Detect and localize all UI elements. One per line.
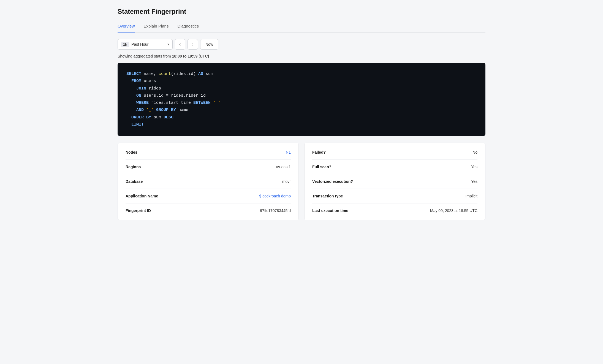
sql-line: JOIN rides xyxy=(126,85,477,92)
sql-line: SELECT name, count(rides.id) AS sum xyxy=(126,70,477,78)
time-label: Past Hour xyxy=(131,42,165,47)
detail-value: us-east1 xyxy=(276,165,291,169)
detail-label: Last execution time xyxy=(312,208,348,213)
detail-value: Implicit xyxy=(465,194,477,198)
detail-value: Yes xyxy=(471,165,477,169)
sql-block: SELECT name, count(rides.id) AS sum FROM… xyxy=(118,63,485,136)
stats-info: Showing aggregated stats from 18:00 to 1… xyxy=(118,54,485,58)
detail-value: movr xyxy=(282,179,291,184)
detail-label: Database xyxy=(126,179,143,184)
tab-bar: Overview Explain Plans Diagnostics xyxy=(118,21,485,32)
detail-label: Nodes xyxy=(126,150,137,154)
sql-line: ORDER BY sum DESC xyxy=(126,114,477,121)
tab-explain-plans[interactable]: Explain Plans xyxy=(144,21,169,32)
time-range-selector[interactable]: 1h Past Hour ▾ xyxy=(118,39,173,50)
chevron-down-icon: ▾ xyxy=(167,42,169,46)
detail-value: May 09, 2023 at 18:55 UTC xyxy=(430,208,477,213)
time-badge: 1h xyxy=(121,42,129,47)
right-card: Failed? No Full scan? Yes Vectorized exe… xyxy=(304,143,485,220)
detail-label: Full scan? xyxy=(312,165,331,169)
detail-label: Transaction type xyxy=(312,194,343,198)
details-grid: Nodes N1 Regions us-east1 Database movr … xyxy=(118,143,485,220)
detail-label: Regions xyxy=(126,165,141,169)
detail-value: No xyxy=(472,150,477,154)
left-card: Nodes N1 Regions us-east1 Database movr … xyxy=(118,143,299,220)
page-title: Statement Fingerprint xyxy=(118,8,485,15)
next-time-button[interactable]: › xyxy=(188,39,198,50)
table-row: Failed? No xyxy=(312,145,477,160)
detail-label: Vectorized execution? xyxy=(312,179,353,184)
sql-line: WHERE rides.start_time BETWEEN '_' xyxy=(126,99,477,107)
table-row: Nodes N1 xyxy=(126,145,291,160)
detail-label: Fingerprint ID xyxy=(126,208,151,213)
tab-diagnostics[interactable]: Diagnostics xyxy=(177,21,199,32)
table-row: Last execution time May 09, 2023 at 18:5… xyxy=(312,203,477,218)
detail-value[interactable]: $ cockroach demo xyxy=(259,194,291,198)
toolbar: 1h Past Hour ▾ ‹ › Now xyxy=(118,39,485,50)
table-row: Application Name $ cockroach demo xyxy=(126,189,291,203)
table-row: Full scan? Yes xyxy=(312,160,477,174)
table-row: Database movr xyxy=(126,174,291,189)
table-row: Transaction type Implicit xyxy=(312,189,477,203)
tab-overview[interactable]: Overview xyxy=(118,21,135,32)
stats-range: 18:00 to 19:59 (UTC) xyxy=(172,54,209,58)
detail-value: N1 xyxy=(286,150,291,154)
sql-line: AND '_' GROUP BY name xyxy=(126,107,477,114)
detail-value: Yes xyxy=(471,179,477,184)
detail-label: Failed? xyxy=(312,150,326,154)
now-button[interactable]: Now xyxy=(200,39,218,50)
detail-label: Application Name xyxy=(126,194,158,198)
prev-time-button[interactable]: ‹ xyxy=(175,39,185,50)
table-row: Vectorized execution? Yes xyxy=(312,174,477,189)
sql-line: ON users.id = rides.rider_id xyxy=(126,92,477,99)
detail-value: 97ffc170783445fd xyxy=(260,208,291,213)
sql-line: FROM users xyxy=(126,78,477,85)
table-row: Fingerprint ID 97ffc170783445fd xyxy=(126,203,291,218)
sql-line: LIMIT _ xyxy=(126,121,477,128)
table-row: Regions us-east1 xyxy=(126,160,291,174)
